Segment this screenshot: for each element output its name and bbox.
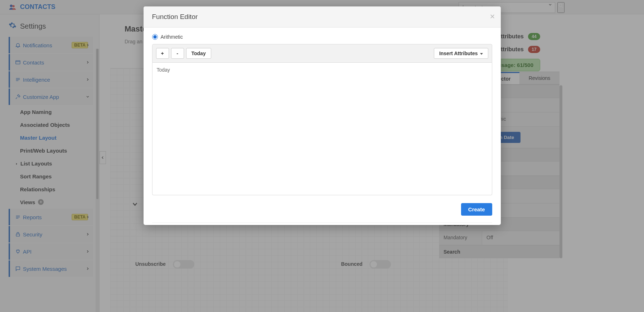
- close-button[interactable]: ×: [490, 11, 495, 21]
- today-button[interactable]: Today: [186, 48, 211, 59]
- function-editor-textarea[interactable]: Today: [152, 63, 492, 195]
- radio-arithmetic-input[interactable]: [152, 34, 158, 40]
- insert-attributes-dropdown[interactable]: Insert Attributes: [434, 48, 488, 59]
- create-button[interactable]: Create: [461, 203, 492, 216]
- editor-content: Today: [157, 67, 170, 73]
- plus-button[interactable]: +: [156, 48, 169, 59]
- function-toolbar: + - Today Insert Attributes: [152, 44, 492, 63]
- modal-footer: Create: [144, 198, 501, 225]
- function-editor-modal: Function Editor × Arithmetic + - Today I…: [144, 6, 501, 225]
- minus-button[interactable]: -: [171, 48, 184, 59]
- modal-title: Function Editor: [152, 13, 198, 20]
- modal-header: Function Editor ×: [144, 6, 501, 28]
- close-icon: ×: [490, 11, 495, 21]
- modal-body: Arithmetic + - Today Insert Attributes T…: [144, 28, 501, 198]
- radio-label: Arithmetic: [161, 34, 183, 40]
- radio-arithmetic[interactable]: Arithmetic: [152, 34, 492, 40]
